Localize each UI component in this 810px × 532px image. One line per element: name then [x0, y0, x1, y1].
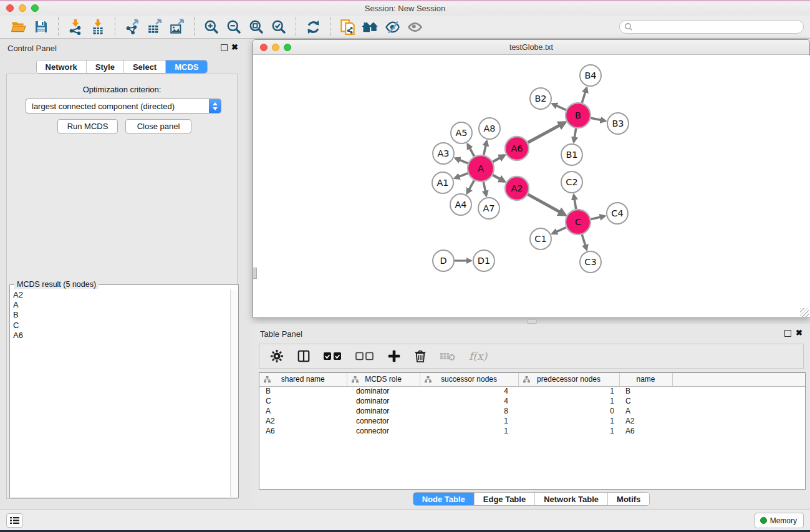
minimize-window-button[interactable] [19, 4, 26, 12]
zoom-network-window-button[interactable] [284, 44, 291, 51]
search-input[interactable] [619, 20, 804, 34]
zoom-in-icon[interactable] [202, 17, 221, 36]
show-columns-icon[interactable] [297, 349, 311, 363]
graph-node-A7[interactable]: A7 [478, 198, 499, 219]
table-row[interactable]: Adominator80A [259, 406, 805, 416]
run-mcds-button[interactable]: Run MCDS [57, 119, 118, 133]
graph-edge-A-A3[interactable] [455, 158, 468, 163]
export-table-icon[interactable] [145, 17, 164, 36]
graph-edge-B-B2[interactable] [552, 104, 566, 110]
open-session-icon[interactable] [9, 17, 28, 36]
result-scrollbar[interactable] [230, 290, 238, 497]
graph-edge-A-A8[interactable] [484, 142, 487, 155]
close-panel-button[interactable]: Close panel [125, 119, 191, 133]
houses-icon[interactable] [360, 17, 379, 36]
network-canvas[interactable]: B4B2BB3A8A5A6A3B1AA1C2A2A4A7C4CC1C3DD1 [254, 56, 810, 317]
tab-motifs[interactable]: Motifs [608, 493, 649, 505]
table-row[interactable]: A2connector11A2 [259, 416, 805, 426]
table-settings-gear-icon[interactable] [270, 349, 284, 363]
graph-node-A1[interactable]: A1 [432, 172, 453, 193]
graph-node-B1[interactable]: B1 [561, 144, 582, 165]
graph-node-A5[interactable]: A5 [451, 122, 472, 143]
graph-edge-A-A7[interactable] [483, 182, 486, 196]
mcds-result-list[interactable]: A2ABCA6 [11, 290, 230, 497]
graph-edge-A-A1[interactable] [455, 173, 468, 178]
graph-edge-C-C2[interactable] [574, 195, 576, 210]
function-builder-icon[interactable]: f(x) [469, 350, 487, 362]
column-header-mcds-role[interactable]: MCDS role [347, 373, 420, 386]
tab-network[interactable]: Network [37, 60, 87, 73]
graph-node-C3[interactable]: C3 [580, 251, 601, 273]
criterion-select[interactable]: largest connected component (directed) [26, 99, 221, 114]
resize-grip-icon[interactable] [800, 308, 809, 317]
graph-node-A3[interactable]: A3 [433, 143, 454, 164]
column-header-name[interactable]: name [619, 373, 672, 386]
tab-style[interactable]: Style [87, 60, 124, 73]
close-network-window-button[interactable] [260, 44, 268, 51]
graph-node-A8[interactable]: A8 [479, 118, 500, 139]
float-panel-icon[interactable] [784, 330, 791, 337]
graph-edge-A-A2[interactable] [493, 175, 504, 181]
graph-node-D[interactable]: D [433, 250, 454, 271]
import-network-icon[interactable] [66, 17, 85, 36]
memory-button[interactable]: Memory [755, 513, 804, 528]
graph-node-C2[interactable]: C2 [561, 172, 582, 193]
graph-edge-A-A4[interactable] [467, 180, 474, 193]
create-column-plus-icon[interactable] [387, 349, 401, 363]
zoom-out-icon[interactable] [224, 17, 243, 36]
delete-table-icon[interactable] [440, 351, 456, 362]
graph-node-A6[interactable]: A6 [505, 137, 529, 160]
column-header-predecessor-nodes[interactable]: predecessor nodes [518, 373, 619, 386]
graph-node-A[interactable]: A [468, 155, 494, 181]
hide-graphics-details-icon[interactable] [383, 17, 402, 36]
graph-node-A4[interactable]: A4 [450, 194, 471, 215]
graph-edge-C-C1[interactable] [552, 228, 566, 234]
table-row[interactable]: Bdominator41B [259, 386, 805, 396]
graph-edge-A6-B[interactable] [528, 122, 565, 142]
export-image-icon[interactable] [168, 17, 186, 36]
tab-select[interactable]: Select [124, 60, 166, 73]
graph-node-B[interactable]: B [566, 103, 591, 128]
graph-edge-C-C3[interactable] [582, 235, 586, 249]
tab-mcds[interactable]: MCDS [166, 60, 207, 73]
titlebar[interactable]: Session: New Session [0, 1, 810, 16]
graph-node-C[interactable]: C [566, 210, 591, 235]
task-history-button[interactable] [6, 513, 23, 528]
show-graphics-details-icon[interactable] [405, 17, 424, 36]
graph-node-D1[interactable]: D1 [473, 250, 494, 271]
mcds-result-item[interactable]: A [11, 300, 230, 310]
graph-node-B3[interactable]: B3 [607, 113, 629, 134]
table-row[interactable]: A6connector11A6 [259, 426, 805, 436]
network-graph[interactable]: B4B2BB3A8A5A6A3B1AA1C2A2A4A7C4CC1C3DD1 [254, 56, 810, 317]
graph-node-B4[interactable]: B4 [580, 65, 601, 86]
close-window-button[interactable] [6, 4, 14, 12]
graph-edge-B-B1[interactable] [574, 128, 576, 142]
minimize-network-window-button[interactable] [272, 44, 279, 51]
graph-edge-B-B4[interactable] [582, 88, 586, 103]
close-panel-icon[interactable]: ✖ [796, 328, 803, 338]
delete-column-trash-icon[interactable] [414, 349, 427, 363]
table-row[interactable]: Cdominator41C [259, 396, 805, 406]
save-session-icon[interactable] [32, 17, 51, 36]
column-header-successor-nodes[interactable]: successor nodes [420, 373, 518, 386]
network-window-titlebar[interactable]: testGlobe.txt [253, 40, 809, 55]
graph-node-A2[interactable]: A2 [505, 177, 529, 200]
apply-layout-icon[interactable] [304, 17, 322, 36]
float-panel-icon[interactable] [221, 44, 228, 51]
mcds-result-item[interactable]: B [11, 310, 230, 320]
export-network-icon[interactable] [123, 17, 142, 36]
graph-edge-C-C4[interactable] [591, 216, 604, 220]
import-table-icon[interactable] [89, 17, 107, 36]
graph-node-C1[interactable]: C1 [530, 228, 551, 249]
zoom-window-button[interactable] [31, 4, 39, 12]
column-header-shared-name[interactable]: shared name [259, 373, 347, 386]
deselect-all-rows-icon[interactable] [355, 351, 374, 361]
graph-node-C4[interactable]: C4 [607, 203, 628, 224]
zoom-fit-icon[interactable] [247, 17, 266, 36]
tab-network-table[interactable]: Network Table [535, 493, 608, 505]
graph-edge-A-A5[interactable] [468, 144, 474, 156]
graph-edge-B-B3[interactable] [591, 118, 605, 121]
clone-network-icon[interactable] [338, 17, 357, 36]
select-all-rows-icon[interactable] [324, 351, 342, 361]
mcds-result-item[interactable]: C [11, 321, 230, 331]
